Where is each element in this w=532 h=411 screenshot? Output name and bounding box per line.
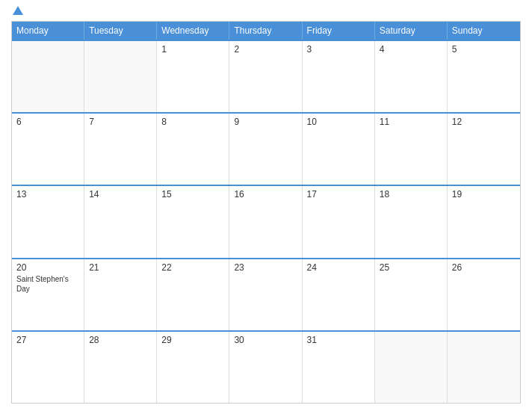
day-number: 1 <box>161 44 224 55</box>
cal-cell: 1 <box>157 41 229 112</box>
cal-cell: 2 <box>229 41 302 112</box>
day-number: 9 <box>234 117 297 127</box>
cal-cell: 6 <box>12 114 84 185</box>
day-number: 22 <box>161 262 224 273</box>
cal-cell: 30 <box>229 332 302 403</box>
cal-cell: 13 <box>12 186 84 257</box>
day-number: 12 <box>452 117 516 127</box>
header-day-friday: Friday <box>303 22 375 40</box>
cal-cell: 24 <box>303 259 375 330</box>
cal-cell: 29 <box>157 332 229 403</box>
cal-cell: 5 <box>448 41 520 112</box>
cal-cell: 9 <box>229 114 302 185</box>
calendar-page: MondayTuesdayWednesdayThursdayFridaySatu… <box>0 0 532 411</box>
day-number: 18 <box>380 189 442 200</box>
calendar-week-1: 12345 <box>12 40 520 112</box>
day-number: 4 <box>380 44 442 55</box>
calendar-header-row: MondayTuesdayWednesdayThursdayFridaySatu… <box>12 22 520 40</box>
day-number: 7 <box>89 117 152 127</box>
calendar-week-2: 6789101112 <box>12 112 520 185</box>
day-number: 26 <box>452 262 516 273</box>
logo <box>11 7 23 15</box>
cal-cell: 16 <box>229 186 302 257</box>
day-number: 27 <box>16 335 79 345</box>
day-number: 21 <box>89 262 152 273</box>
cal-cell: 25 <box>375 259 448 330</box>
day-number: 25 <box>380 262 442 273</box>
cal-cell: 23 <box>229 259 302 330</box>
day-number: 13 <box>16 189 79 200</box>
cal-cell: 12 <box>448 114 520 185</box>
calendar-week-4: 20Saint Stephen's Day212223242526 <box>12 258 520 330</box>
cal-cell: 11 <box>375 114 448 185</box>
day-number: 17 <box>307 189 370 200</box>
calendar-grid: MondayTuesdayWednesdayThursdayFridaySatu… <box>11 21 521 404</box>
header-day-thursday: Thursday <box>229 22 302 40</box>
day-number: 20 <box>16 262 79 273</box>
day-number: 31 <box>307 335 370 345</box>
cal-cell: 14 <box>84 186 157 257</box>
calendar-week-3: 13141516171819 <box>12 185 520 257</box>
cal-cell: 27 <box>12 332 84 403</box>
day-number: 6 <box>16 117 79 127</box>
day-number: 28 <box>89 335 152 345</box>
day-number: 3 <box>307 44 370 55</box>
header-day-saturday: Saturday <box>375 22 448 40</box>
header-day-tuesday: Tuesday <box>84 22 157 40</box>
day-number: 16 <box>234 189 297 200</box>
cal-cell: 7 <box>84 114 157 185</box>
cal-cell: 20Saint Stephen's Day <box>12 259 84 330</box>
cal-cell: 22 <box>157 259 229 330</box>
cal-cell: 31 <box>303 332 375 403</box>
cal-cell: 28 <box>84 332 157 403</box>
event-label: Saint Stephen's Day <box>16 274 79 294</box>
cal-cell: 8 <box>157 114 229 185</box>
day-number: 24 <box>307 262 370 273</box>
calendar-week-5: 2728293031 <box>12 330 520 403</box>
cal-cell <box>84 41 157 112</box>
day-number: 14 <box>89 189 152 200</box>
cal-cell: 18 <box>375 186 448 257</box>
cal-cell <box>375 332 448 403</box>
day-number: 19 <box>452 189 516 200</box>
header-day-sunday: Sunday <box>448 22 520 40</box>
cal-cell: 10 <box>303 114 375 185</box>
day-number: 11 <box>380 117 442 127</box>
cal-cell: 17 <box>303 186 375 257</box>
day-number: 2 <box>234 44 297 55</box>
cal-cell: 4 <box>375 41 448 112</box>
cal-cell: 15 <box>157 186 229 257</box>
logo-triangle-icon <box>13 6 23 15</box>
day-number: 15 <box>161 189 224 200</box>
header-day-wednesday: Wednesday <box>157 22 229 40</box>
day-number: 29 <box>161 335 224 345</box>
cal-cell <box>12 41 84 112</box>
day-number: 10 <box>307 117 370 127</box>
header-day-monday: Monday <box>12 22 84 40</box>
day-number: 23 <box>234 262 297 273</box>
calendar-body: 1234567891011121314151617181920Saint Ste… <box>12 40 520 403</box>
cal-cell: 21 <box>84 259 157 330</box>
cal-cell: 3 <box>303 41 375 112</box>
day-number: 5 <box>452 44 516 55</box>
cal-cell: 19 <box>448 186 520 257</box>
day-number: 8 <box>161 117 224 127</box>
cal-cell: 26 <box>448 259 520 330</box>
logo-general-text <box>11 7 23 15</box>
cal-cell <box>448 332 520 403</box>
day-number: 30 <box>234 335 297 345</box>
header <box>11 7 521 15</box>
